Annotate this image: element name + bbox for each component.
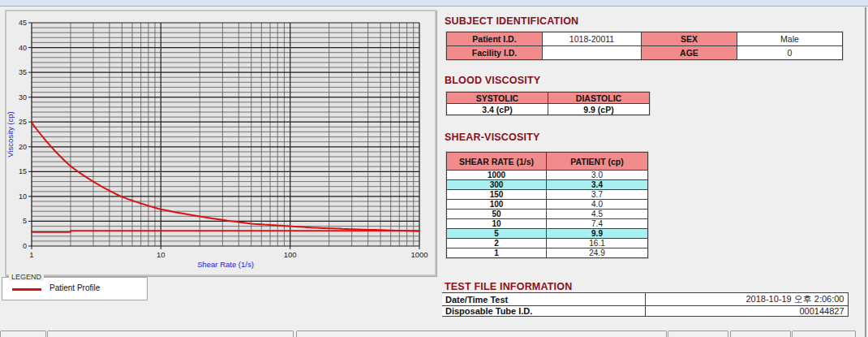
- legend-entry-label: Patient Profile: [49, 283, 100, 292]
- shear-rate-cell: 1000: [447, 171, 547, 180]
- patient-cp-cell: 4.5: [547, 210, 648, 219]
- svg-text:5: 5: [23, 217, 27, 225]
- sex-value: Male: [737, 32, 843, 46]
- patient-cp-cell: 3.4: [547, 180, 648, 190]
- shear-rate-cell: 300: [447, 180, 547, 190]
- shear-rate-cell: 1: [447, 248, 547, 258]
- table-row: Facility I.D. AGE 0: [447, 46, 843, 60]
- patient-profile-line-swatch: [12, 288, 41, 291]
- age-label: AGE: [642, 46, 737, 60]
- svg-text:15: 15: [19, 167, 27, 175]
- shear-viscosity-heading: SHEAR-VISCOSITY: [445, 132, 540, 143]
- disposable-tube-id-label: Disposable Tube I.D.: [442, 306, 645, 317]
- svg-text:1000: 1000: [410, 250, 428, 259]
- systolic-value: 3.4 (cP): [447, 104, 548, 115]
- viscosity-chart: 0510152025303540451101001000Shear Rate (…: [6, 11, 436, 275]
- blood-viscosity-heading: BLOOD VISCOSITY: [445, 75, 540, 86]
- bottom-cutoff-button[interactable]: [730, 331, 791, 337]
- subject-identification-heading: SUBJECT IDENTIFICATION: [445, 15, 578, 27]
- blood-viscosity-table: SYSTOLIC DIASTOLIC 3.4 (cP) 9.9 (cP): [446, 92, 650, 115]
- svg-text:0: 0: [23, 242, 27, 250]
- patient-cp-cell: 4.0: [547, 200, 648, 210]
- facility-id-label: Facility I.D.: [447, 46, 543, 60]
- svg-text:40: 40: [19, 44, 27, 52]
- table-row: SYSTOLIC DIASTOLIC: [447, 93, 650, 104]
- svg-text:1: 1: [29, 250, 33, 259]
- legend-box-label: LEGEND: [9, 273, 44, 281]
- patient-cp-header: PATIENT (cp): [547, 153, 648, 171]
- sex-label: SEX: [642, 32, 737, 46]
- facility-id-value: [543, 46, 642, 60]
- patient-cp-cell: 24.9: [547, 248, 648, 258]
- shear-viscosity-table: SHEAR RATE (1/s) PATIENT (cp) 10003.0300…: [446, 152, 648, 258]
- shear-rate-cell: 5: [447, 229, 547, 239]
- shear-viscosity-row: 59.9: [447, 229, 648, 239]
- date-time-test-label: Date/Time Test: [442, 293, 645, 306]
- shear-viscosity-row: 216.1: [447, 239, 648, 248]
- patient-id-label: Patient I.D.: [447, 32, 543, 46]
- bottom-cutoff-button[interactable]: [792, 331, 856, 337]
- patient-id-value: 1018-20011: [543, 32, 642, 46]
- shear-viscosity-row: 10003.0: [447, 171, 648, 180]
- shear-rate-cell: 150: [447, 190, 547, 200]
- table-row: Disposable Tube I.D. 000144827: [442, 306, 848, 317]
- patient-cp-cell: 7.4: [547, 219, 648, 229]
- table-header-row: SHEAR RATE (1/s) PATIENT (cp): [447, 153, 648, 171]
- diastolic-value: 9.9 (cP): [548, 104, 650, 115]
- svg-text:45: 45: [19, 19, 27, 27]
- shear-viscosity-row: 3003.4: [447, 180, 648, 190]
- window-top-bar: [0, 0, 868, 6]
- legend-box: LEGEND Patient Profile: [2, 277, 148, 300]
- viscosity-chart-panel: 0510152025303540451101001000Shear Rate (…: [5, 10, 436, 276]
- table-row: Patient I.D. 1018-20011 SEX Male: [447, 32, 843, 46]
- window-right-border: [865, 7, 866, 337]
- svg-text:25: 25: [19, 118, 27, 126]
- shear-viscosity-row: 1503.7: [447, 190, 648, 200]
- patient-cp-cell: 9.9: [547, 229, 648, 239]
- shear-viscosity-row: 107.4: [447, 219, 648, 229]
- patient-cp-cell: 3.0: [547, 171, 648, 180]
- test-file-information-heading: TEST FILE INFORMATION: [445, 281, 572, 292]
- age-value: 0: [737, 46, 843, 60]
- shear-viscosity-row: 1004.0: [447, 200, 648, 210]
- shear-rate-cell: 10: [447, 219, 547, 229]
- bottom-cutoff-button[interactable]: [0, 331, 46, 337]
- svg-text:10: 10: [19, 192, 27, 201]
- subject-identification-table: Patient I.D. 1018-20011 SEX Male Facilit…: [446, 32, 843, 60]
- svg-text:10: 10: [157, 250, 165, 259]
- table-row: Date/Time Test 2018-10-19 오후 2:06:00: [442, 293, 848, 306]
- svg-text:35: 35: [19, 68, 27, 76]
- svg-text:30: 30: [19, 93, 27, 102]
- svg-text:20: 20: [19, 143, 27, 151]
- shear-rate-cell: 2: [447, 239, 547, 248]
- bottom-cutoff-button[interactable]: [47, 331, 294, 337]
- shear-rate-header: SHEAR RATE (1/s): [447, 153, 547, 171]
- date-time-test-value: 2018-10-19 오후 2:06:00: [645, 293, 848, 306]
- bottom-cutoff-button[interactable]: [296, 331, 667, 337]
- svg-text:100: 100: [284, 250, 297, 259]
- svg-text:Viscosity (cp): Viscosity (cp): [6, 111, 15, 157]
- shear-rate-cell: 50: [447, 210, 547, 219]
- systolic-header: SYSTOLIC: [447, 93, 548, 104]
- table-row: 3.4 (cP) 9.9 (cP): [447, 104, 650, 115]
- bottom-cutoff-button[interactable]: [668, 331, 728, 337]
- disposable-tube-id-value: 000144827: [645, 306, 848, 317]
- patient-cp-cell: 16.1: [547, 239, 648, 248]
- test-file-information-table: Date/Time Test 2018-10-19 오후 2:06:00 Dis…: [442, 292, 849, 317]
- diastolic-header: DIASTOLIC: [548, 93, 650, 104]
- shear-rate-cell: 100: [447, 200, 547, 210]
- shear-viscosity-row: 124.9: [447, 248, 648, 258]
- svg-text:Shear Rate (1/s): Shear Rate (1/s): [197, 260, 254, 269]
- patient-cp-cell: 3.7: [547, 190, 648, 200]
- shear-viscosity-row: 504.5: [447, 210, 648, 219]
